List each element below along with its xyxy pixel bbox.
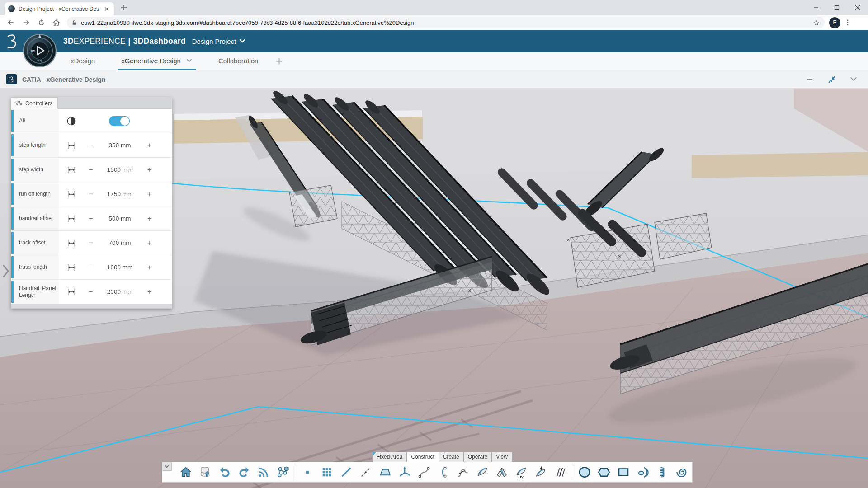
conic-icon[interactable] — [633, 463, 652, 482]
svg-text:×: × — [432, 256, 436, 263]
masthead: 3D i V.R 3DEXPERIENCE|3DDashboard Design… — [0, 30, 868, 52]
decrement-button[interactable]: − — [86, 141, 95, 150]
row-value[interactable]: 700 mm — [96, 239, 143, 246]
increment-button[interactable]: + — [145, 263, 154, 272]
decrement-button[interactable]: − — [86, 165, 95, 174]
window-maximize-icon[interactable] — [826, 0, 847, 15]
uv-curve-icon[interactable]: UV — [511, 463, 531, 482]
bookmark-star-icon[interactable] — [812, 19, 820, 27]
point-grid-icon[interactable] — [317, 463, 336, 482]
new-tab-icon[interactable] — [120, 4, 127, 11]
row-value[interactable]: 2000 mm — [96, 288, 143, 295]
plane-icon[interactable] — [375, 463, 395, 482]
section-tab-operate[interactable]: Operate — [463, 452, 492, 462]
increment-button[interactable]: + — [145, 165, 154, 174]
connect-curve-icon[interactable] — [453, 463, 472, 482]
home-nav-icon[interactable] — [52, 19, 61, 27]
arc-icon[interactable] — [434, 463, 453, 482]
controller-row: track offset − 700 mm + — [11, 230, 172, 255]
toolbar-separator — [295, 464, 295, 480]
window-close-icon[interactable] — [847, 0, 868, 15]
increment-button[interactable]: + — [145, 190, 154, 199]
database-upload-icon[interactable] — [195, 463, 215, 482]
publish-stream-icon[interactable] — [254, 463, 273, 482]
controller-row: step width − 1500 mm + — [11, 157, 172, 182]
all-toggle-switch[interactable] — [109, 116, 130, 126]
toolbar-section-tabs: Fixed Area Construct Create Operate View — [372, 452, 512, 462]
dimension-icon — [66, 141, 76, 150]
row-label: step length — [14, 133, 59, 157]
home-icon[interactable] — [176, 463, 195, 482]
parallel-curves-icon[interactable] — [550, 463, 570, 482]
svg-text:×: × — [322, 136, 326, 143]
app-caret-icon[interactable] — [850, 77, 857, 82]
address-bar[interactable]: euw1-22qna10930-ifwe.3dx-staging.3ds.com… — [67, 17, 825, 28]
app-collapse-icon[interactable] — [827, 75, 836, 84]
browser-menu-icon[interactable] — [844, 19, 851, 26]
row-value[interactable]: 350 mm — [96, 142, 143, 149]
circle-icon[interactable] — [575, 463, 594, 482]
tab-caret-icon[interactable] — [186, 59, 192, 63]
decrement-button[interactable]: − — [86, 263, 95, 272]
row-label: step width — [14, 158, 59, 182]
spiral-icon[interactable] — [672, 463, 691, 482]
project-curve-icon[interactable] — [531, 463, 550, 482]
panel-expand-handle-icon[interactable] — [1, 263, 11, 279]
controller-row: Handrail_Panel Length − 2000 mm + — [11, 279, 172, 304]
window-minimize-icon[interactable] — [806, 0, 826, 15]
tab-close-icon[interactable] — [103, 5, 110, 13]
action-toolbar: UV — [162, 462, 693, 483]
svg-text:V.R: V.R — [37, 60, 42, 63]
browser-profile-avatar[interactable]: E — [829, 17, 840, 28]
controllers-panel: Controllers All step length — [11, 97, 172, 309]
row-value[interactable]: 1500 mm — [96, 166, 143, 173]
back-icon[interactable] — [6, 18, 15, 27]
axis-system-icon[interactable] — [395, 463, 414, 482]
design-structure-icon[interactable] — [273, 463, 292, 482]
increment-button[interactable]: + — [145, 214, 154, 223]
row-value[interactable]: 500 mm — [96, 215, 143, 222]
svg-text:×: × — [362, 131, 365, 138]
browser-tab[interactable]: Design Project - xGenerative Des — [5, 2, 114, 15]
sweep-surface-icon[interactable] — [472, 463, 492, 482]
add-tab-icon[interactable] — [275, 52, 283, 70]
point-icon[interactable] — [297, 463, 317, 482]
increment-button[interactable]: + — [145, 239, 154, 248]
controllers-tab[interactable]: Controllers — [11, 97, 58, 109]
decrement-button[interactable]: − — [86, 190, 95, 199]
decrement-button[interactable]: − — [86, 287, 95, 296]
tab-xgenerative-design[interactable]: xGenerative Design — [118, 52, 196, 70]
intersect-surfaces-icon[interactable] — [492, 463, 511, 482]
rectangle-icon[interactable] — [613, 463, 633, 482]
hexagon-icon[interactable] — [594, 463, 613, 482]
contrast-icon[interactable] — [66, 116, 76, 126]
app-minimize-icon[interactable] — [806, 75, 814, 84]
controller-row: truss length − 1600 mm + — [11, 255, 172, 279]
toggle-knob — [120, 117, 129, 126]
line-icon[interactable] — [336, 463, 356, 482]
compass-logo-icon[interactable]: 3D i V.R — [23, 33, 57, 68]
increment-button[interactable]: + — [145, 141, 154, 150]
increment-button[interactable]: + — [145, 287, 154, 296]
redo-icon[interactable] — [234, 463, 254, 482]
toolbar-collapse-icon[interactable] — [162, 462, 172, 471]
decrement-button[interactable]: − — [86, 239, 95, 248]
section-tab-view[interactable]: View — [491, 452, 512, 462]
axis-line-icon[interactable] — [356, 463, 375, 482]
undo-icon[interactable] — [215, 463, 234, 482]
section-tab-fixed-area[interactable]: Fixed Area — [372, 452, 407, 462]
section-tab-create[interactable]: Create — [439, 452, 464, 462]
app-window-controls — [806, 75, 857, 84]
helix-icon[interactable] — [652, 463, 672, 482]
dashboard-name[interactable]: Design Project — [192, 38, 236, 45]
tab-collaboration[interactable]: Collaboration — [215, 52, 262, 70]
spline-icon[interactable] — [414, 463, 434, 482]
tab-xdesign[interactable]: xDesign — [67, 52, 99, 70]
decrement-button[interactable]: − — [86, 214, 95, 223]
section-tab-construct[interactable]: Construct — [406, 452, 439, 462]
row-value[interactable]: 1750 mm — [96, 191, 143, 197]
forward-icon[interactable] — [22, 18, 31, 27]
reload-icon[interactable] — [37, 19, 46, 27]
row-value[interactable]: 1600 mm — [96, 264, 143, 271]
dashboard-caret-icon[interactable] — [239, 39, 245, 43]
